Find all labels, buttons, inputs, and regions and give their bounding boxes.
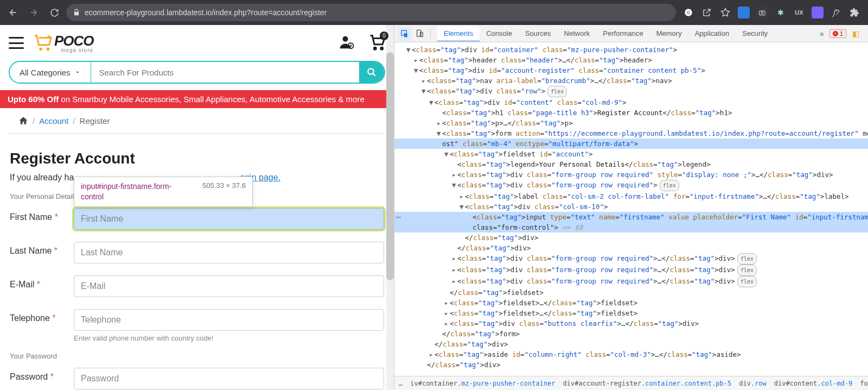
devtools-toolbar: Elements Console Sources Network Perform… xyxy=(394,25,868,42)
page-title: Register Account xyxy=(10,150,384,167)
google-icon[interactable]: G xyxy=(682,7,694,18)
label-telephone: Telephone * xyxy=(10,309,74,324)
search-bar: All Categories xyxy=(9,61,385,84)
lastname-input[interactable] xyxy=(74,242,384,263)
gear-icon[interactable]: ✱ xyxy=(775,7,787,18)
page-scrollbar[interactable] xyxy=(386,25,394,390)
cart-logo-icon xyxy=(33,34,53,52)
tab-security[interactable]: Security xyxy=(736,26,774,41)
share-icon[interactable] xyxy=(701,7,713,18)
search-input[interactable] xyxy=(91,62,359,83)
cart-icon[interactable]: 0 xyxy=(369,34,385,52)
svg-point-5 xyxy=(47,48,50,51)
tab-console[interactable]: Console xyxy=(480,26,519,41)
tooltip-dimensions: 505.33 × 37.6 xyxy=(202,181,246,202)
promo-banner[interactable]: Upto 60% Off on Smartbuy Mobile Accessor… xyxy=(0,90,394,108)
forward-button[interactable] xyxy=(25,4,42,21)
svg-text:G: G xyxy=(686,10,690,15)
svg-point-9 xyxy=(381,47,383,49)
tab-memory[interactable]: Memory xyxy=(650,26,688,41)
tab-performance[interactable]: Performance xyxy=(596,26,649,41)
ext-2-icon[interactable] xyxy=(812,7,824,18)
label-firstname: First Name * xyxy=(10,208,74,223)
hamburger-menu[interactable] xyxy=(9,37,24,49)
home-icon[interactable] xyxy=(18,116,28,125)
tab-application[interactable]: Application xyxy=(688,26,736,41)
telephone-input[interactable] xyxy=(74,309,384,331)
camera-icon[interactable] xyxy=(756,7,768,18)
devtools-warn-icon[interactable]: ◧ xyxy=(848,27,863,41)
star-icon[interactable] xyxy=(719,7,731,18)
address-bar[interactable]: ecommerce-playground.lambdatest.io/index… xyxy=(66,4,676,21)
svg-point-8 xyxy=(374,47,376,49)
category-select[interactable]: All Categories xyxy=(10,62,91,83)
firstname-input[interactable] xyxy=(74,208,384,230)
tab-network[interactable]: Network xyxy=(558,26,597,41)
label-email: E-Mail * xyxy=(10,275,74,291)
device-button[interactable] xyxy=(413,27,427,41)
url-text: ecommerce-playground.lambdatest.io/index… xyxy=(85,8,327,17)
breadcrumb-current: Register xyxy=(80,116,110,125)
tooltip-selector: input#input-firstname.form-control xyxy=(81,181,189,202)
back-button[interactable] xyxy=(4,4,22,21)
user-icon[interactable] xyxy=(339,34,355,52)
error-badge[interactable]: ×1 xyxy=(829,29,846,38)
inspect-button[interactable] xyxy=(398,27,412,41)
site-header: POCO mega store 0 xyxy=(0,25,394,61)
svg-rect-2 xyxy=(760,11,765,15)
ext-1-icon[interactable] xyxy=(738,7,750,18)
label-password: Password * xyxy=(10,368,74,383)
lock-icon xyxy=(73,9,80,16)
password-input[interactable] xyxy=(74,368,384,389)
extension-icons: G ✱ UX ʃ? xyxy=(679,7,864,18)
svg-point-6 xyxy=(343,36,348,41)
devtools-tabs: Elements Console Sources Network Perform… xyxy=(437,26,815,41)
svg-point-4 xyxy=(39,48,42,51)
page-pane: POCO mega store 0 All Categories xyxy=(0,25,394,390)
ux-icon[interactable]: UX xyxy=(793,7,805,18)
puzzle-icon[interactable] xyxy=(848,7,860,18)
dom-crumb-bar[interactable]: …iv#container.mz-pure-pusher-containerdi… xyxy=(394,376,868,390)
browser-chrome: ecommerce-playground.lambdatest.io/index… xyxy=(0,0,868,25)
logo[interactable]: POCO mega store xyxy=(33,33,94,53)
breadcrumb-account[interactable]: Account xyxy=(39,116,68,125)
dom-tree[interactable]: ▼<class="tag">div id="container" class="… xyxy=(394,42,868,376)
inspect-tooltip: input#input-firstname.form-control 505.3… xyxy=(74,177,253,207)
tab-sources[interactable]: Sources xyxy=(519,26,558,41)
chevron-down-icon xyxy=(74,69,81,76)
devtools-pane: Elements Console Sources Network Perform… xyxy=(394,25,868,390)
tab-elements[interactable]: Elements xyxy=(437,26,480,41)
search-button[interactable] xyxy=(359,62,384,83)
reload-button[interactable] xyxy=(46,4,63,21)
svg-point-3 xyxy=(761,12,763,14)
logo-subtext: mega store xyxy=(61,47,94,53)
legend-password: Your Password xyxy=(10,352,384,360)
email-input[interactable] xyxy=(74,275,384,297)
telephone-hint: Enter valid phone number with country co… xyxy=(74,334,384,342)
cart-badge: 0 xyxy=(380,32,388,40)
svg-point-10 xyxy=(368,68,374,74)
breadcrumb: / Account / Register xyxy=(9,108,385,134)
label-lastname: Last Name * xyxy=(10,242,74,257)
devtools-more-icon[interactable]: » xyxy=(816,29,827,38)
ext-3-icon[interactable]: ʃ? xyxy=(830,7,842,18)
